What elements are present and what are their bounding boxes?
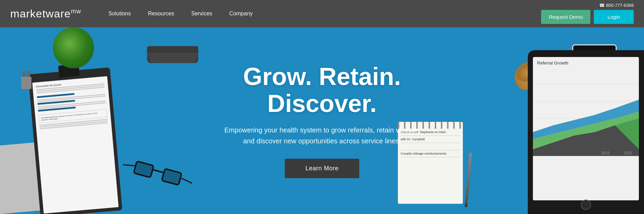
clipboard-paper: IT'S AS EASY AS 1,2,3,4,5 "Quantifying p… (32, 76, 119, 214)
tablet-decoration: Referral Growth (528, 50, 644, 214)
tablet-home-button (581, 200, 591, 210)
header-buttons: Request Demo Login (541, 10, 634, 24)
logo-text: marketware (10, 8, 71, 20)
nav-company[interactable]: Company (229, 11, 253, 17)
glasses-frame-right (161, 168, 183, 186)
glasses-arm-left (123, 164, 135, 166)
hero-section: IT'S AS EASY AS 1,2,3,4,5 "Quantifying p… (0, 27, 644, 214)
stapler-decoration (147, 46, 198, 63)
hero-subtitle: Empowering your health system to grow re… (192, 125, 452, 146)
request-demo-button[interactable]: Request Demo (541, 10, 590, 24)
phone-icon: ☎ (599, 3, 606, 8)
referral-chart: 2015 2016 (533, 67, 639, 156)
glasses-frame-left (133, 160, 155, 179)
logo: marketwaremw (10, 8, 81, 20)
hero-content: Grow. Retain. Discover. Empowering your … (192, 63, 452, 178)
pen-decoration (465, 153, 472, 207)
login-button[interactable]: Login (594, 10, 634, 24)
glasses-bridge (153, 169, 163, 173)
logo-sup: mw (71, 8, 81, 15)
learn-more-button[interactable]: Learn More (285, 159, 359, 178)
hero-subtitle-line1: Empowering your health system to grow re… (224, 126, 419, 134)
hero-subtitle-line2: and discover new opportunities across se… (243, 137, 401, 145)
header-left: marketwaremw Solutions Resources Service… (10, 8, 253, 20)
glasses-decoration (131, 157, 183, 192)
chart-area: 2015 2016 (533, 67, 639, 156)
nav-resources[interactable]: Resources (148, 11, 174, 17)
chart-title: Referral Growth (533, 57, 639, 67)
nav-solutions[interactable]: Solutions (108, 11, 131, 17)
svg-text:2016: 2016 (623, 151, 632, 155)
nav-services[interactable]: Services (191, 11, 212, 17)
binder-clip-decoration (21, 77, 31, 89)
header: marketwaremw Solutions Resources Service… (0, 0, 644, 27)
tablet-screen: Referral Growth (533, 57, 639, 200)
glasses-arm-right (181, 178, 192, 184)
plant-decoration (53, 27, 94, 68)
phone-bar: ☎ 800-777-6368 (599, 3, 634, 8)
phone-number: 800-777-6368 (606, 3, 634, 8)
hero-title: Grow. Retain. Discover. (192, 63, 452, 117)
main-nav: Solutions Resources Services Company (108, 11, 253, 17)
clipboard-decoration: IT'S AS EASY AS 1,2,3,4,5 "Quantifying p… (28, 67, 122, 214)
svg-text:2015: 2015 (601, 151, 609, 155)
